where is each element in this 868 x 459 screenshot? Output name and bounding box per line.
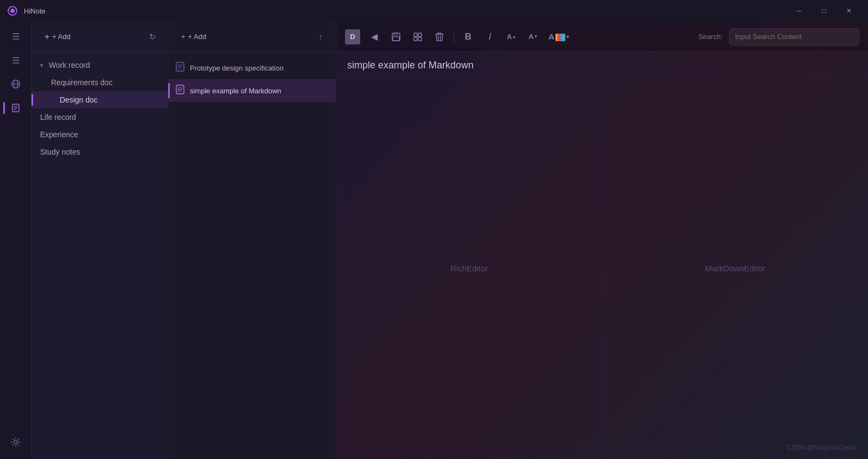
sidebar-item-label: Experience — [40, 130, 78, 139]
sidebar-item-label: Design doc — [60, 95, 98, 104]
close-button[interactable]: ✕ — [837, 2, 861, 20]
editor-body: RichEditor MarkDownEditor CSDN @Magical-… — [336, 77, 868, 459]
globe-icon[interactable] — [5, 74, 26, 94]
sidebar-item-design-doc[interactable]: Design doc — [31, 91, 168, 109]
search-input[interactable] — [729, 28, 859, 46]
color-bar — [556, 34, 565, 41]
sidebar-content: ▾ Work record Requirements doc Design do… — [31, 52, 168, 459]
plus-icon: + — [44, 32, 49, 42]
editor-area: D ◀ — [336, 22, 868, 459]
app-icon — [7, 5, 18, 17]
title-bar: HiNote ─ □ ✕ — [0, 0, 868, 22]
sidebar-item-work-record[interactable]: ▾ Work record — [31, 56, 168, 74]
active-indicator — [31, 94, 33, 106]
font-size-down-button[interactable]: A▼ — [524, 28, 543, 46]
layout-button[interactable] — [408, 28, 427, 46]
svg-rect-18 — [418, 37, 422, 41]
maximize-button[interactable]: □ — [812, 2, 837, 20]
sidebar-item-label: Requirements doc — [51, 78, 113, 87]
sidebar-item-study-notes[interactable]: Study notes — [31, 143, 168, 161]
back-button[interactable]: ◀ — [365, 28, 384, 46]
main-layout: ☰ ☰ — [0, 22, 868, 459]
sidebar-item-label: Study notes — [40, 148, 80, 156]
markdown-editor-section[interactable]: MarkDownEditor — [603, 77, 869, 459]
sidebar: + + Add ↻ ▾ Work record Requirements doc… — [31, 22, 168, 459]
svg-rect-15 — [414, 33, 417, 36]
svg-point-9 — [14, 441, 17, 444]
svg-point-1 — [10, 9, 15, 13]
svg-rect-14 — [393, 37, 399, 41]
rich-editor-label: RichEditor — [450, 264, 488, 273]
title-bar-controls: ─ □ ✕ — [787, 2, 861, 20]
save-button[interactable] — [386, 28, 406, 46]
notes-add-button[interactable]: + + Add — [175, 29, 213, 44]
notes-upload-button[interactable]: ↑ — [312, 28, 329, 46]
rich-editor-section[interactable]: RichEditor — [336, 77, 602, 459]
document-icon — [176, 62, 184, 74]
sidebar-refresh-button[interactable]: ↻ — [144, 28, 161, 46]
sidebar-item-requirements-doc[interactable]: Requirements doc — [31, 74, 168, 91]
sidebar-header: + + Add ↻ — [31, 22, 168, 52]
app-title: HiNote — [24, 7, 46, 15]
sidebar-item-label: Life record — [40, 113, 76, 122]
editor-title-bar: simple example of Markdown — [336, 52, 868, 77]
note-item-prototype[interactable]: Prototype design specification — [168, 56, 336, 79]
notes-panel-header: + + Add ↑ — [168, 22, 336, 52]
document-icon — [176, 85, 184, 97]
editor-title: simple example of Markdown — [347, 60, 857, 71]
sidebar-add-label: + Add — [52, 33, 71, 41]
menu2-icon[interactable]: ☰ — [5, 50, 26, 71]
note-title: simple example of Markdown — [190, 87, 328, 95]
separator — [454, 30, 454, 43]
settings-icon[interactable] — [5, 432, 26, 452]
menu-icon[interactable]: ☰ — [5, 26, 26, 47]
chevron-down-icon: ▾ — [40, 62, 43, 69]
minimize-button[interactable]: ─ — [787, 2, 812, 20]
editor-toolbar: D ◀ — [336, 22, 868, 52]
chevron-icon: ▾ — [566, 34, 569, 40]
svg-rect-16 — [418, 33, 422, 36]
notes-add-label: + Add — [188, 33, 207, 41]
search-label: Search: — [698, 33, 723, 41]
watermark: CSDN @Magical-Conch — [787, 444, 857, 451]
sidebar-add-button[interactable]: + + Add — [38, 29, 77, 45]
font-size-up-button[interactable]: A▲ — [502, 28, 521, 46]
plus-icon: + — [181, 33, 186, 41]
italic-button[interactable]: I — [480, 28, 500, 46]
sidebar-item-life-record[interactable]: Life record — [31, 109, 168, 126]
icon-bar: ☰ ☰ — [0, 22, 31, 459]
delete-button[interactable] — [430, 28, 449, 46]
bold-button[interactable]: B — [458, 28, 478, 46]
highlight-label: A — [548, 32, 554, 41]
svg-rect-17 — [414, 37, 417, 41]
note-item-markdown[interactable]: simple example of Markdown — [168, 79, 336, 102]
notes-list: Prototype design specification simple ex… — [168, 52, 336, 459]
book-icon[interactable] — [5, 98, 26, 118]
notes-panel: + + Add ↑ Prototype design specification — [168, 22, 336, 459]
highlight-color-button[interactable]: A ▾ — [545, 28, 572, 46]
markdown-editor-label: MarkDownEditor — [705, 264, 765, 273]
note-title: Prototype design specification — [190, 64, 328, 72]
sidebar-item-experience[interactable]: Experience — [31, 126, 168, 143]
title-bar-left: HiNote — [7, 5, 787, 17]
d-badge: D — [345, 29, 360, 44]
icon-bar-bottom — [5, 432, 26, 459]
sidebar-item-label: Work record — [49, 61, 90, 69]
